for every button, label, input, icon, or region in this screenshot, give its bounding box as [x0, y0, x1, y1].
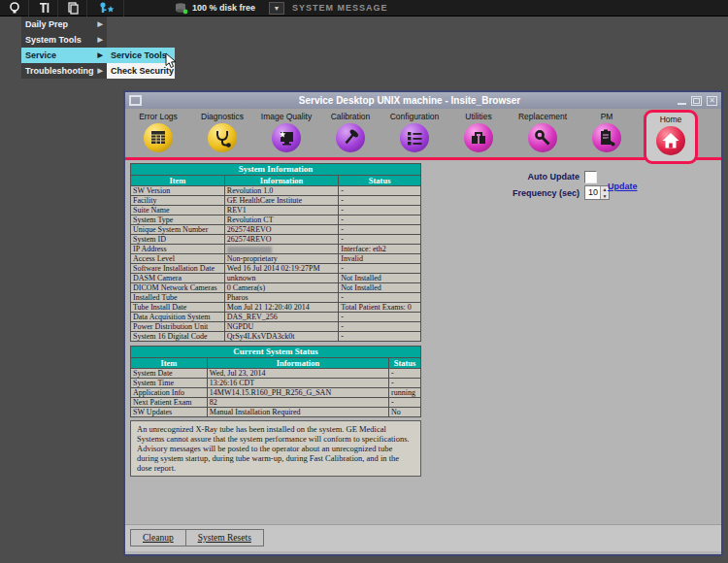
tab-label: Configuration	[390, 112, 440, 121]
cell-info: 262574REVO	[224, 235, 338, 245]
current-system-status-table: Current System Status Item Information S…	[130, 346, 421, 417]
cell-item: DICOM Network Cameras	[131, 283, 225, 293]
cell-item: SW Version	[131, 186, 225, 196]
table-row: System ID 262574REVO -	[131, 235, 421, 245]
column-header: Status	[389, 358, 421, 369]
frequency-label: Frequency (sec)	[494, 188, 579, 198]
tab-replacement[interactable]: Replacement	[511, 109, 575, 164]
cell-status: No	[389, 408, 421, 417]
message-dropdown-button[interactable]: ▼	[269, 2, 284, 15]
current-system-status-body: Current System Status Item Information S…	[131, 347, 421, 417]
table-row: System Time 13:26:16 CDT -	[131, 379, 421, 388]
cell-info: REV1	[224, 206, 338, 215]
cell-item: Access Level	[131, 254, 225, 264]
home-icon[interactable]	[656, 126, 685, 155]
window-titlebar[interactable]: Service Desktop UNIX machine - Insite_Br…	[125, 92, 721, 109]
menu-item-daily-prep[interactable]: Daily Prep ▶	[21, 17, 107, 32]
cell-item: IP Address	[131, 245, 225, 254]
cleanup-button[interactable]: Cleanup	[131, 530, 186, 546]
submenu-arrow-icon: ▶	[98, 51, 103, 59]
replacement-icon[interactable]	[528, 123, 557, 152]
cell-item: System ID	[131, 235, 225, 245]
tab-error-logs[interactable]: Error Logs	[126, 109, 190, 164]
tab-diagnostics[interactable]: Diagnostics	[190, 109, 254, 164]
cell-info: Non-proprietary	[224, 254, 338, 264]
error-logs-icon[interactable]	[144, 123, 173, 152]
clipboard-button[interactable]	[58, 0, 87, 17]
table-row: Suite Name REV1 -	[131, 206, 421, 215]
pm-icon[interactable]	[592, 123, 621, 152]
tab-configuration[interactable]: Configuration	[382, 109, 447, 164]
cell-item: Installed Tube	[131, 293, 225, 303]
update-link[interactable]: Update	[608, 182, 638, 191]
minimize-button[interactable]	[678, 102, 686, 105]
cell-status: -	[389, 369, 421, 379]
cell-status: -	[339, 264, 421, 274]
close-button[interactable]: ✕	[707, 96, 717, 106]
cell-status: -	[339, 235, 421, 245]
cell-info: 14MW14.15.R160_PH_R256_G_SAN	[207, 388, 388, 398]
cell-status: -	[339, 313, 421, 322]
disk-status: 100 % disk free	[169, 2, 261, 15]
cell-status: Not Installed	[339, 283, 421, 293]
main-menu: Daily Prep ▶ System Tools ▶ Service ▶ Tr…	[21, 17, 107, 79]
cell-item: SW Updates	[131, 408, 208, 417]
auto-update-checkbox[interactable]	[584, 171, 597, 183]
window-title: Service Desktop UNIX machine - Insite_Br…	[142, 95, 678, 106]
cell-status: Not Installed	[339, 274, 421, 283]
menu-item-troubleshooting[interactable]: Troubleshooting ▶	[21, 63, 107, 79]
tools-button[interactable]	[29, 0, 58, 17]
cell-status: -	[389, 379, 421, 388]
lightbulb-button[interactable]	[0, 0, 29, 17]
lightbulb-icon	[8, 1, 21, 15]
cell-status: -	[339, 322, 421, 332]
table-row: Application Info 14MW14.15.R160_PH_R256_…	[131, 388, 421, 398]
cell-item: Suite Name	[131, 206, 225, 215]
tab-home[interactable]: Home	[644, 110, 698, 164]
utilities-icon[interactable]	[464, 123, 493, 152]
spinner-down-icon[interactable]: ▼	[601, 193, 609, 200]
tab-calibration[interactable]: Calibration	[318, 109, 382, 164]
table-row: SW Version Revolution 1.0 -	[131, 186, 421, 196]
column-header: Item	[131, 358, 208, 369]
key-star-button[interactable]	[87, 0, 124, 17]
submenu-arrow-icon: ▶	[98, 67, 103, 75]
tools-icon	[37, 1, 50, 15]
configuration-icon[interactable]	[400, 123, 429, 152]
table-row: DASM Camera unknown Not Installed	[131, 274, 421, 283]
cell-item: System Time	[131, 379, 208, 388]
table-row: System 16 Digital Code QrSy4LKsVDA3ck0t …	[131, 332, 421, 342]
home-page-content: System Information Item Information Stat…	[125, 160, 721, 524]
cell-item: Unique System Number	[131, 225, 225, 235]
calibration-icon[interactable]	[336, 123, 365, 152]
diagnostics-icon[interactable]	[208, 123, 237, 152]
menu-item-system-tools[interactable]: System Tools ▶	[21, 32, 107, 48]
table-header-row: Item Information Status	[131, 358, 421, 369]
window-menu-icon[interactable]	[129, 95, 142, 106]
cell-info: Revolution 1.0	[224, 186, 338, 196]
tab-pm[interactable]: PM	[575, 109, 639, 164]
maximize-button[interactable]	[691, 96, 702, 106]
menu-item-label: Daily Prep	[25, 19, 68, 29]
cell-status: -	[339, 206, 421, 215]
cell-status: -	[339, 293, 421, 303]
system-resets-button[interactable]: System Resets	[186, 530, 263, 546]
cell-status: Total Patient Exams: 0	[339, 303, 421, 313]
cell-status: -	[389, 398, 421, 408]
frequency-spinner[interactable]: 10 ▲ ▼	[584, 185, 610, 200]
system-information-body: System Information Item Information Stat…	[131, 164, 421, 342]
tab-label: Image Quality	[261, 112, 312, 121]
system-information-table: System Information Item Information Stat…	[130, 163, 421, 342]
image-quality-icon[interactable]	[272, 123, 301, 152]
table-row: Installed Tube Pharos -	[131, 293, 421, 303]
cell-info	[224, 245, 338, 254]
tab-image-quality[interactable]: Image Quality	[254, 109, 318, 164]
menu-item-service[interactable]: Service ▶	[21, 48, 107, 63]
table-row: Data Acquisition System DAS_REV_256 -	[131, 313, 421, 322]
service-desktop-window: Service Desktop UNIX machine - Insite_Br…	[123, 90, 723, 556]
tab-label: Diagnostics	[201, 112, 244, 121]
cell-status: -	[339, 186, 421, 196]
tab-utilities[interactable]: Utilities	[447, 109, 511, 164]
mouse-cursor-icon	[165, 52, 178, 69]
cell-info: unknown	[224, 274, 338, 283]
